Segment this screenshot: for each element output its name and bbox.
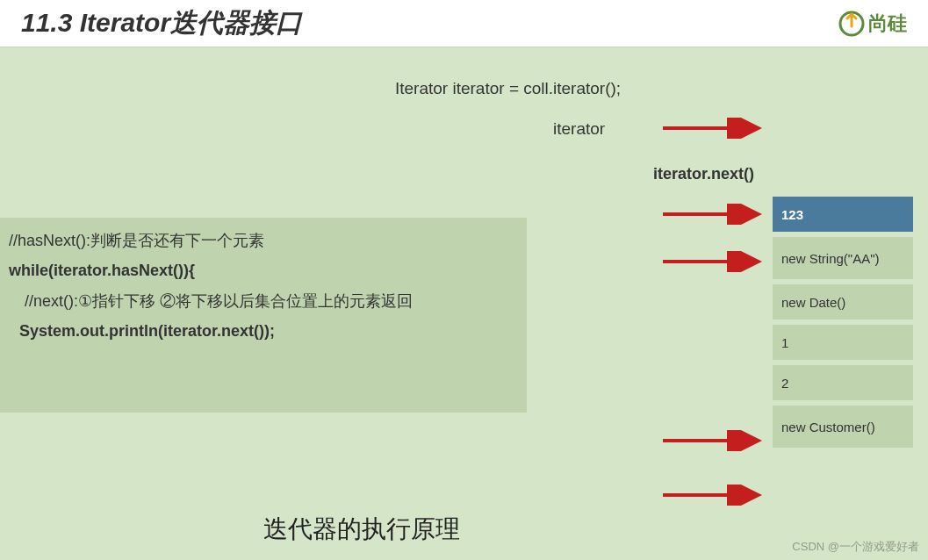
arrow-icon	[663, 251, 768, 272]
list-item: 2	[773, 365, 913, 400]
list-item: new Customer()	[773, 406, 913, 448]
list-item: new Date()	[773, 284, 913, 319]
arrow-icon	[663, 485, 768, 506]
code-comment-hasnext: //hasNext():判断是否还有下一个元素	[9, 230, 518, 251]
list-item: 123	[773, 197, 913, 232]
code-init-line: Iterator iterator = coll.iterator();	[395, 79, 621, 98]
logo-icon	[838, 11, 865, 37]
code-while: while(iterator.hasNext()){	[9, 262, 518, 280]
arrow-icon	[663, 118, 768, 139]
bottom-title: 迭代器的执行原理	[263, 513, 460, 546]
logo: 尚硅	[838, 11, 907, 37]
content-area: Iterator iterator = coll.iterator(); ite…	[0, 47, 928, 560]
iterator-next-label: iterator.next()	[653, 165, 754, 183]
logo-text: 尚硅	[868, 11, 907, 37]
header: 11.3 Iterator迭代器接口 尚硅	[0, 0, 928, 47]
page-title: 11.3 Iterator迭代器接口	[21, 5, 302, 41]
arrow-icon	[663, 204, 768, 225]
watermark: CSDN @一个游戏爱好者	[792, 539, 919, 555]
code-println: System.out.println(iterator.next());	[19, 322, 518, 341]
list-container: 123 new String("AA") new Date() 1 2 new …	[773, 197, 913, 453]
code-box: //hasNext():判断是否还有下一个元素 while(iterator.h…	[0, 218, 527, 413]
list-item: new String("AA")	[773, 237, 913, 279]
list-item: 1	[773, 325, 913, 360]
code-comment-next: //next():①指针下移 ②将下移以后集合位置上的元素返回	[25, 291, 518, 312]
arrow-icon	[663, 430, 768, 451]
iterator-label: iterator	[553, 119, 605, 139]
